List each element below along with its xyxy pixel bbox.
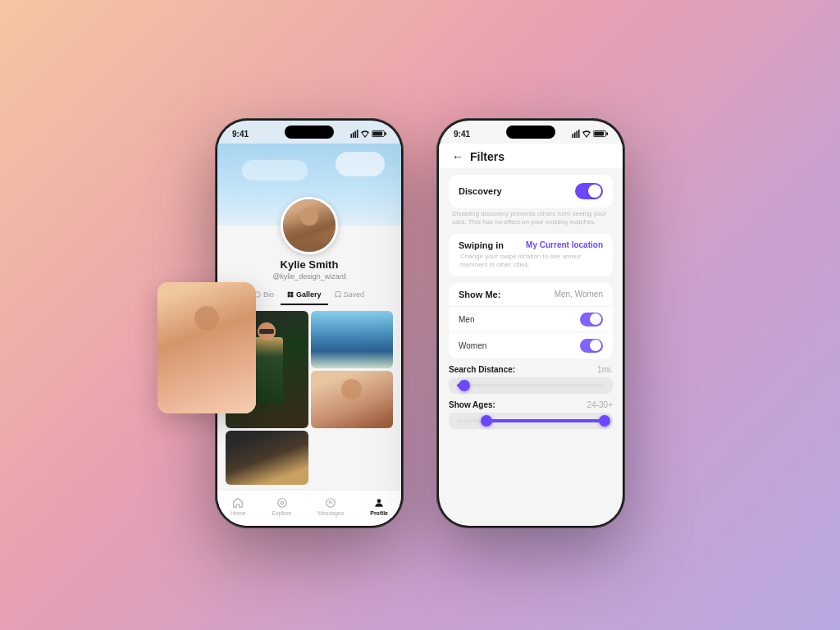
svg-text:i: i xyxy=(258,292,258,296)
distance-label: Search Distance: xyxy=(449,365,515,374)
swiping-desc: Change your swipe location to see amour … xyxy=(459,253,603,270)
svg-rect-2 xyxy=(354,131,356,138)
avatar-photo xyxy=(283,199,336,252)
show-me-section: Show Me: Men, Women Men Women xyxy=(449,283,613,358)
back-button[interactable]: ← xyxy=(452,150,463,163)
floating-card-image xyxy=(158,282,256,413)
phone-profile: 9:41 Kylie Smith @kylie_design_wizard xyxy=(215,118,404,528)
tab-gallery-label: Gallery xyxy=(296,290,322,299)
nav-home-label: Home xyxy=(231,510,246,516)
wifi-icon xyxy=(361,130,369,138)
men-toggle[interactable] xyxy=(580,313,603,326)
filters-body: Discovery Disabling discovery prevents o… xyxy=(439,168,623,526)
nav-explore-label: Explore xyxy=(272,510,292,516)
show-me-women-label: Women xyxy=(459,341,486,350)
svg-rect-6 xyxy=(372,132,382,136)
discovery-desc: Disabling discovery prevents others form… xyxy=(449,210,613,227)
distance-thumb[interactable] xyxy=(459,380,470,391)
profile-avatar xyxy=(281,197,338,254)
gallery-icon xyxy=(287,291,294,298)
svg-rect-11 xyxy=(288,294,290,297)
profile-handle: @kylie_design_wizard xyxy=(226,272,393,281)
show-me-men-label: Men xyxy=(459,315,474,324)
ages-label: Show Ages: xyxy=(449,400,495,409)
svg-point-18 xyxy=(377,499,381,503)
svg-rect-20 xyxy=(574,132,576,138)
swiping-row-inner: Swiping in My Current location xyxy=(459,240,603,250)
swiping-section: Swiping in My Current location Change yo… xyxy=(449,234,613,276)
floating-profile-card xyxy=(158,282,256,413)
ages-value: 24-30+ xyxy=(587,400,613,409)
phone-filters: 9:41 ← Filters Discovery Disabling disco… xyxy=(436,118,625,528)
distance-track xyxy=(457,384,605,387)
signal-icon-2 xyxy=(572,130,580,138)
svg-rect-22 xyxy=(578,130,580,138)
search-distance-section: Search Distance: 1mi. xyxy=(449,365,613,394)
cloud2 xyxy=(242,160,308,180)
battery-icon-2 xyxy=(593,130,608,138)
ages-thumb-left[interactable] xyxy=(481,415,492,427)
svg-point-14 xyxy=(281,501,284,504)
filters-header: ← Filters xyxy=(439,144,623,168)
filters-title: Filters xyxy=(470,150,504,163)
nav-messages[interactable]: Messages xyxy=(317,497,344,516)
distance-label-row: Search Distance: 1mi. xyxy=(449,365,613,374)
nav-home[interactable]: Home xyxy=(231,497,246,516)
signal-icon xyxy=(350,130,358,138)
svg-rect-0 xyxy=(350,134,352,138)
explore-icon xyxy=(276,497,288,509)
cloud1 xyxy=(336,152,385,176)
ages-fill xyxy=(486,419,601,422)
svg-rect-5 xyxy=(385,132,386,135)
svg-rect-19 xyxy=(572,134,573,138)
messages-icon xyxy=(325,497,336,509)
women-toggle[interactable] xyxy=(580,339,603,353)
show-me-value: Men, Women xyxy=(555,290,603,299)
dynamic-island-2 xyxy=(506,126,555,139)
svg-point-13 xyxy=(277,499,286,508)
ages-label-row: Show Ages: 24-30+ xyxy=(449,400,613,409)
profile-name: Kylie Smith xyxy=(226,258,393,271)
nav-messages-label: Messages xyxy=(317,510,344,516)
status-time: 9:41 xyxy=(232,130,249,139)
saved-icon xyxy=(335,291,341,298)
nav-explore[interactable]: Explore xyxy=(272,497,292,516)
svg-rect-9 xyxy=(288,292,290,294)
nav-profile[interactable]: Profile xyxy=(370,497,388,516)
svg-rect-1 xyxy=(353,132,354,138)
svg-rect-21 xyxy=(576,131,578,138)
svg-rect-10 xyxy=(290,292,293,294)
ages-track xyxy=(457,419,605,422)
svg-rect-25 xyxy=(594,132,604,136)
show-me-women: Women xyxy=(449,333,613,358)
status-icons xyxy=(350,130,386,138)
distance-value: 1mi. xyxy=(597,365,613,374)
ages-thumb-right[interactable] xyxy=(599,415,610,427)
dynamic-island xyxy=(285,126,334,139)
svg-rect-24 xyxy=(606,132,608,135)
profile-icon xyxy=(373,497,385,509)
tab-gallery[interactable]: Gallery xyxy=(281,285,328,305)
home-icon xyxy=(232,497,244,509)
battery-icon xyxy=(372,130,386,138)
show-me-men: Men xyxy=(449,307,613,333)
discovery-section: Discovery Disabling discovery prevents o… xyxy=(449,175,613,227)
gallery-img-flatlay xyxy=(226,431,308,485)
show-me-options: Men Women xyxy=(449,306,613,358)
filters-status-icons xyxy=(572,130,608,138)
svg-rect-3 xyxy=(357,130,358,138)
discovery-toggle[interactable] xyxy=(575,183,603,199)
svg-rect-12 xyxy=(290,294,293,297)
bottom-nav: Home Explore Messages Profile xyxy=(217,490,401,526)
tab-saved[interactable]: Saved xyxy=(328,285,372,305)
nav-profile-label: Profile xyxy=(370,510,388,516)
tab-saved-label: Saved xyxy=(344,290,365,299)
profile-header-bg xyxy=(217,144,401,226)
gallery-img-portrait2 xyxy=(311,371,394,428)
filters-status-bar: 9:41 xyxy=(439,121,623,144)
tab-bio-label: Bio xyxy=(263,290,274,299)
status-bar: 9:41 xyxy=(217,121,401,144)
current-location-value[interactable]: My Current location xyxy=(526,240,603,249)
discovery-label: Discovery xyxy=(459,186,502,196)
wifi-icon-2 xyxy=(582,130,591,138)
